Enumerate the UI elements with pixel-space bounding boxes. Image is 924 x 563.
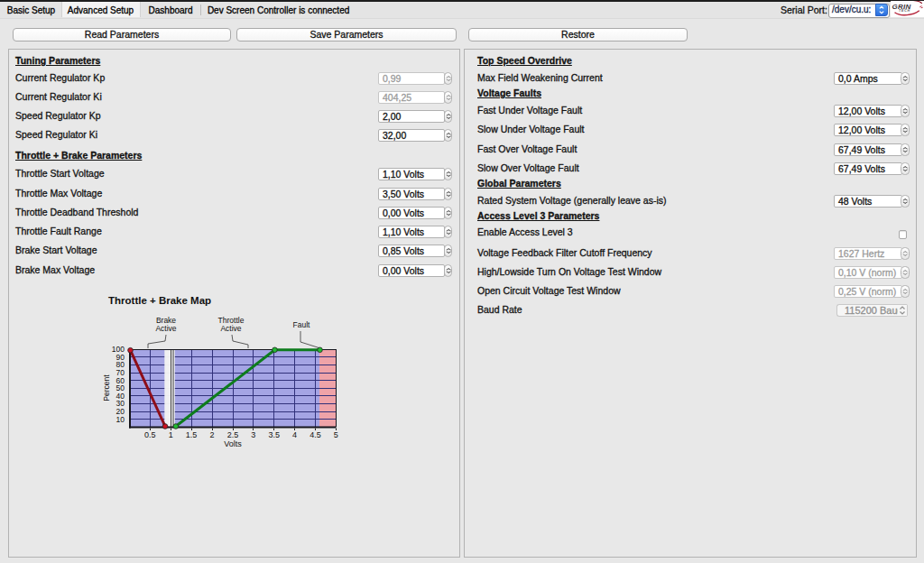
svg-text:1: 1 (169, 430, 173, 439)
svg-text:2.5: 2.5 (227, 430, 239, 439)
svg-text:10: 10 (116, 415, 125, 424)
svg-text:Throttle + Brake Map: Throttle + Brake Map (108, 295, 211, 306)
svg-text:3.5: 3.5 (268, 430, 280, 439)
svg-text:0.5: 0.5 (144, 430, 156, 439)
svg-text:5: 5 (334, 430, 338, 439)
svg-text:4: 4 (292, 430, 297, 439)
svg-text:TECH: TECH (899, 9, 910, 13)
svg-text:3: 3 (251, 430, 255, 439)
svg-text:Fault: Fault (293, 320, 311, 329)
svg-text:Active: Active (220, 324, 241, 333)
svg-text:1.5: 1.5 (186, 430, 198, 439)
svg-text:Active: Active (155, 324, 176, 333)
svg-text:4.5: 4.5 (310, 430, 321, 439)
svg-text:Volts: Volts (224, 439, 242, 448)
svg-text:2: 2 (209, 430, 214, 439)
svg-text:Percent: Percent (102, 374, 111, 401)
